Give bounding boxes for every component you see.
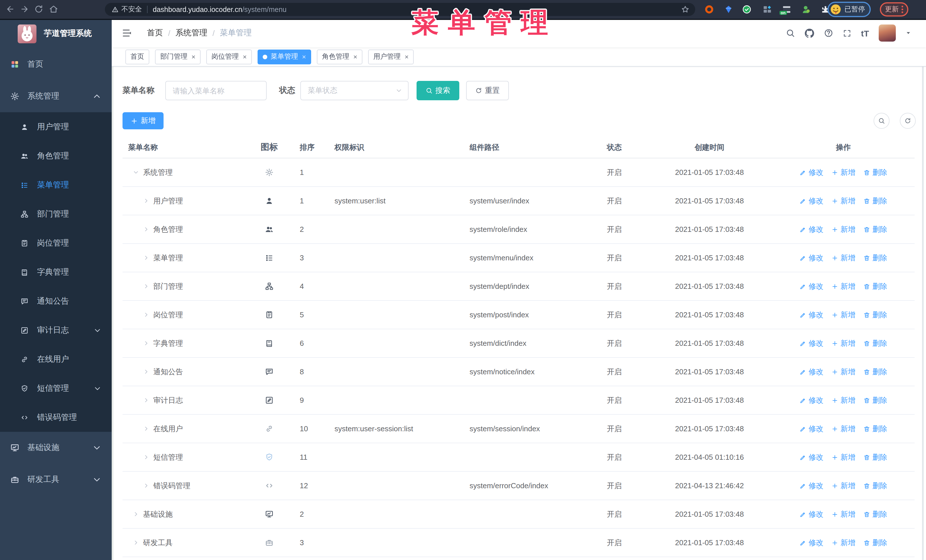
status-select[interactable]: 菜单状态 xyxy=(300,81,409,100)
reset-button[interactable]: 重置 xyxy=(466,81,509,100)
action-delete[interactable]: 删除 xyxy=(863,509,887,519)
content-scrollbar[interactable] xyxy=(922,66,924,560)
help-icon[interactable] xyxy=(824,29,833,38)
action-delete[interactable]: 删除 xyxy=(863,480,887,491)
tab-menu[interactable]: 菜单管理× xyxy=(257,49,311,64)
sidebar-item-home[interactable]: 首页 xyxy=(0,48,112,80)
font-size-icon[interactable]: tT xyxy=(861,28,869,38)
chevron-right-icon[interactable] xyxy=(143,483,149,489)
sidebar-item-role[interactable]: 角色管理 xyxy=(0,141,112,171)
sidebar-item-infra[interactable]: 基础设施 xyxy=(0,432,112,464)
tab-post[interactable]: 岗位管理× xyxy=(206,49,252,64)
sidebar-item-dict[interactable]: 字典管理 xyxy=(0,258,112,287)
action-add[interactable]: 新增 xyxy=(831,424,855,434)
fullscreen-icon[interactable] xyxy=(843,29,851,37)
sidebar-item-dev-tool[interactable]: 研发工具 xyxy=(0,464,112,496)
action-add[interactable]: 新增 xyxy=(831,338,855,349)
action-edit[interactable]: 修改 xyxy=(799,480,823,491)
sidebar-item-system[interactable]: 系统管理 xyxy=(0,80,112,112)
chevron-right-icon[interactable] xyxy=(143,340,149,346)
action-edit[interactable]: 修改 xyxy=(799,367,823,377)
chevron-down-icon[interactable] xyxy=(133,169,139,175)
action-add[interactable]: 新增 xyxy=(831,253,855,263)
user-avatar[interactable] xyxy=(879,24,896,42)
action-add[interactable]: 新增 xyxy=(831,167,855,177)
chevron-right-icon[interactable] xyxy=(143,397,149,403)
action-delete[interactable]: 删除 xyxy=(863,224,887,234)
sidebar-item-user[interactable]: 用户管理 xyxy=(0,112,112,141)
tab-role[interactable]: 角色管理× xyxy=(317,49,362,64)
action-edit[interactable]: 修改 xyxy=(799,253,823,263)
add-button[interactable]: 新增 xyxy=(123,112,163,129)
extension-donut-icon[interactable] xyxy=(704,5,714,14)
action-add[interactable]: 新增 xyxy=(831,309,855,320)
action-delete[interactable]: 删除 xyxy=(863,338,887,349)
action-edit[interactable]: 修改 xyxy=(799,395,823,405)
action-delete[interactable]: 删除 xyxy=(863,196,887,206)
chevron-right-icon[interactable] xyxy=(143,198,149,204)
chevron-right-icon[interactable] xyxy=(143,454,149,460)
action-delete[interactable]: 删除 xyxy=(863,395,887,405)
sidebar-item-online-user[interactable]: 在线用户 xyxy=(0,345,112,374)
address-bar[interactable]: 不安全 dashboard.yudao.iocoder.cn /system/m… xyxy=(105,3,695,16)
action-edit[interactable]: 修改 xyxy=(799,309,823,320)
browser-menu-dots-icon[interactable] xyxy=(902,6,903,13)
sidebar-item-sms[interactable]: 短信管理 xyxy=(0,374,112,403)
close-icon[interactable]: × xyxy=(302,53,306,60)
close-icon[interactable]: × xyxy=(191,53,195,60)
github-icon[interactable] xyxy=(805,28,814,38)
hamburger-icon[interactable] xyxy=(122,28,132,38)
action-edit[interactable]: 修改 xyxy=(799,424,823,434)
breadcrumb-home[interactable]: 首页 xyxy=(147,28,163,38)
sidebar-item-post[interactable]: 岗位管理 xyxy=(0,228,112,258)
browser-update-button[interactable]: 更新 xyxy=(880,2,908,17)
chevron-right-icon[interactable] xyxy=(143,368,149,375)
action-edit[interactable]: 修改 xyxy=(799,509,823,519)
action-add[interactable]: 新增 xyxy=(831,452,855,462)
chevron-right-icon[interactable] xyxy=(143,255,149,261)
chevron-right-icon[interactable] xyxy=(143,283,149,290)
action-add[interactable]: 新增 xyxy=(831,281,855,291)
toggle-search-button[interactable] xyxy=(873,113,890,129)
chevron-right-icon[interactable] xyxy=(143,312,149,318)
action-delete[interactable]: 删除 xyxy=(863,452,887,462)
action-add[interactable]: 新增 xyxy=(831,509,855,519)
tab-user[interactable]: 用户管理× xyxy=(368,49,414,64)
browser-reload-icon[interactable] xyxy=(34,5,43,14)
extension-person-icon[interactable] xyxy=(801,5,811,14)
browser-back-icon[interactable] xyxy=(6,5,15,14)
close-icon[interactable]: × xyxy=(405,53,409,60)
action-edit[interactable]: 修改 xyxy=(799,224,823,234)
tab-dept[interactable]: 部门管理× xyxy=(155,49,201,64)
action-edit[interactable]: 修改 xyxy=(799,196,823,206)
action-add[interactable]: 新增 xyxy=(831,537,855,548)
action-add[interactable]: 新增 xyxy=(831,367,855,377)
action-delete[interactable]: 删除 xyxy=(863,537,887,548)
sidebar-item-menu[interactable]: 菜单管理 xyxy=(0,171,112,199)
action-add[interactable]: 新增 xyxy=(831,196,855,206)
chevron-right-icon[interactable] xyxy=(133,511,139,517)
action-add[interactable]: 新增 xyxy=(831,480,855,491)
action-delete[interactable]: 删除 xyxy=(863,424,887,434)
menu-name-input[interactable] xyxy=(165,81,267,100)
browser-forward-icon[interactable] xyxy=(20,5,29,14)
search-button[interactable]: 搜索 xyxy=(416,81,459,100)
bookmark-star-icon[interactable] xyxy=(681,5,690,14)
chevron-right-icon[interactable] xyxy=(143,226,149,232)
sidebar-item-notice[interactable]: 通知公告 xyxy=(0,287,112,315)
action-delete[interactable]: 删除 xyxy=(863,253,887,263)
chevron-right-icon[interactable] xyxy=(133,539,139,546)
profile-paused-badge[interactable]: 已暂停 xyxy=(828,2,871,17)
action-delete[interactable]: 删除 xyxy=(863,309,887,320)
extension-gem-icon[interactable] xyxy=(724,5,733,14)
tab-home[interactable]: 首页 xyxy=(126,49,149,64)
action-delete[interactable]: 删除 xyxy=(863,367,887,377)
action-add[interactable]: 新增 xyxy=(831,224,855,234)
avatar-caret-down-icon[interactable] xyxy=(905,30,911,36)
breadcrumb-system[interactable]: 系统管理 xyxy=(176,28,207,38)
action-edit[interactable]: 修改 xyxy=(799,537,823,548)
header-search-icon[interactable] xyxy=(786,29,795,38)
browser-home-icon[interactable] xyxy=(49,5,58,14)
action-delete[interactable]: 删除 xyxy=(863,281,887,291)
close-icon[interactable]: × xyxy=(353,53,357,60)
